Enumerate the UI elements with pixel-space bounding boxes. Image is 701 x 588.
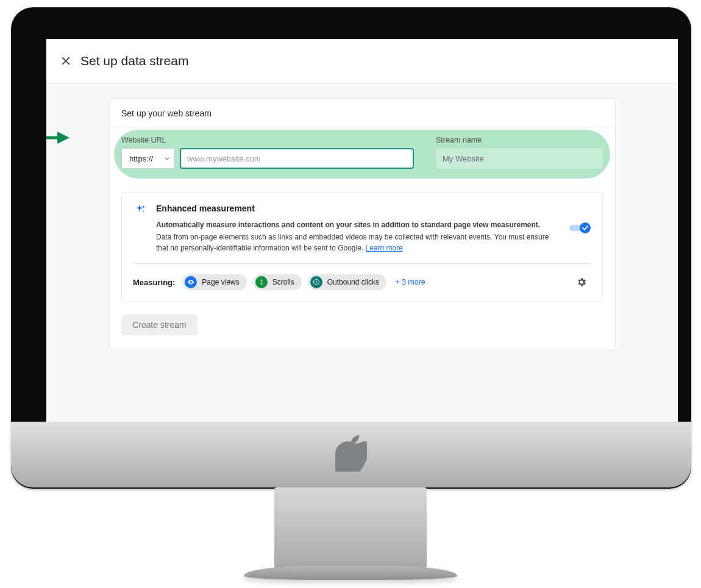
chip-page-views: Page views xyxy=(182,274,246,290)
more-link[interactable]: + 3 more xyxy=(395,278,425,286)
enh-desc1: Automatically measure interactions and c… xyxy=(156,219,553,230)
enh-desc2: Data from on-page elements such as links… xyxy=(156,232,553,253)
svg-point-5 xyxy=(143,211,144,212)
svg-point-4 xyxy=(143,206,144,208)
chip-scrolls: Scrolls xyxy=(253,274,302,290)
card-footer: Create stream xyxy=(109,314,615,350)
page: Set up data stream Set up your web strea… xyxy=(46,39,678,425)
page-title: Set up data stream xyxy=(80,54,188,68)
url-row-highlight: Website URL https:// Stream name xyxy=(109,127,615,181)
imac-chin xyxy=(11,422,691,487)
settings-button[interactable] xyxy=(572,272,591,292)
create-stream-button[interactable]: Create stream xyxy=(121,314,197,335)
stream-name-group: Stream name xyxy=(436,136,603,169)
screen: Set up data stream Set up your web strea… xyxy=(46,39,678,425)
protocol-value: https:// xyxy=(129,154,153,163)
measuring-row: Measuring: Page views xyxy=(133,272,591,292)
enhanced-toggle[interactable] xyxy=(569,222,591,236)
stream-name-input[interactable] xyxy=(436,148,603,169)
apple-logo-icon xyxy=(335,435,367,474)
link-out-icon xyxy=(310,276,322,288)
scroll-icon xyxy=(255,276,268,288)
enh-desc2-text: Data from on-page elements such as links… xyxy=(156,233,549,252)
website-url-input[interactable] xyxy=(180,148,414,169)
url-field-label: Website URL xyxy=(121,136,414,144)
close-button[interactable] xyxy=(57,52,74,69)
chip-label: Outbound clicks xyxy=(327,278,379,286)
gear-icon xyxy=(576,277,587,288)
imac-stand-base xyxy=(244,565,457,580)
stream-card: Set up your web stream Website URL https… xyxy=(109,98,616,350)
chevron-down-icon xyxy=(165,157,169,160)
svg-marker-3 xyxy=(57,132,69,144)
separator xyxy=(133,263,591,264)
imac-stand-neck xyxy=(274,487,427,570)
name-field-label: Stream name xyxy=(436,136,603,144)
eye-icon xyxy=(185,276,197,288)
sparkle-icon xyxy=(133,204,148,219)
chip-outbound: Outbound clicks xyxy=(308,274,386,290)
svg-point-7 xyxy=(580,222,591,233)
enh-top: Enhanced measurement Automatically measu… xyxy=(133,204,591,253)
measuring-label: Measuring: xyxy=(133,278,175,287)
callout-arrow-icon xyxy=(46,129,71,149)
imac-frame: Set up data stream Set up your web strea… xyxy=(11,7,691,489)
url-input-row: https:// xyxy=(121,148,414,169)
close-icon xyxy=(60,55,71,66)
learn-more-link[interactable]: Learn more xyxy=(366,244,403,252)
enh-title: Enhanced measurement xyxy=(156,204,553,213)
card-header: Set up your web stream xyxy=(109,99,615,127)
protocol-select[interactable]: https:// xyxy=(121,148,175,169)
topbar: Set up data stream xyxy=(46,39,678,83)
enhanced-measurement-card: Enhanced measurement Automatically measu… xyxy=(121,192,603,302)
chip-label: Scrolls xyxy=(272,278,294,286)
content-area: Set up your web stream Website URL https… xyxy=(46,83,678,365)
enh-body: Enhanced measurement Automatically measu… xyxy=(156,204,553,253)
website-url-group: Website URL https:// xyxy=(121,136,414,169)
chip-label: Page views xyxy=(202,278,239,286)
